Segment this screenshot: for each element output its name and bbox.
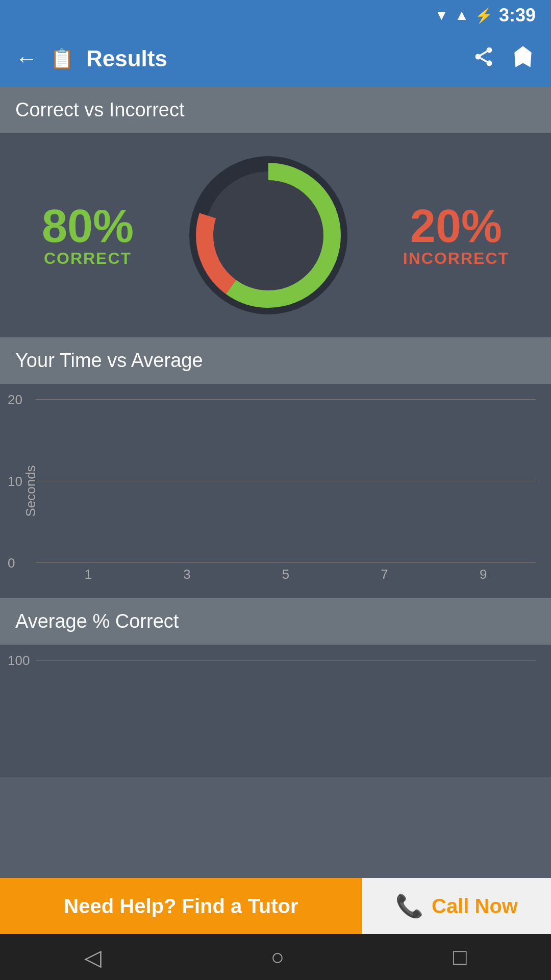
x-label-5: 5 (238, 567, 333, 582)
correct-text: CORRECT (42, 249, 134, 268)
y-label-0: 0 (8, 555, 15, 571)
results-icon: 📋 (50, 47, 74, 70)
svg-line-4 (481, 51, 487, 55)
wifi-icon: ▼ (435, 7, 449, 23)
avg-bars-container (36, 660, 536, 762)
x-axis-labels: 1 3 5 7 9 (36, 562, 536, 582)
x-label-9: 9 (436, 567, 531, 582)
avg-chart-grid: 100 (36, 660, 536, 762)
correct-incorrect-header: Correct vs Incorrect (0, 87, 551, 133)
y-label-10: 10 (8, 474, 22, 489)
avg-correct-title: Average % Correct (15, 610, 179, 632)
status-bar: ▼ ▲ ⚡ 3:39 (0, 0, 551, 31)
nav-back-icon: ◁ (84, 944, 102, 970)
back-button[interactable]: ← (15, 46, 38, 71)
header-actions (472, 44, 536, 74)
grid-line-bottom: 0 (36, 562, 536, 563)
signal-icon: ▲ (455, 7, 469, 23)
avg-chart-area: 100 (0, 645, 551, 777)
svg-line-3 (481, 58, 487, 61)
bars-container (36, 399, 536, 562)
status-time: 3:39 (499, 5, 536, 26)
svg-point-2 (487, 60, 492, 66)
svg-point-1 (475, 54, 481, 59)
call-now-button[interactable]: 📞 Call Now (362, 878, 551, 934)
share-button[interactable] (472, 45, 495, 72)
call-now-label: Call Now (432, 895, 518, 918)
y-label-20: 20 (8, 392, 22, 408)
incorrect-label: 20% INCORRECT (403, 203, 509, 268)
navigation-bar: ◁ ○ □ (0, 934, 551, 980)
battery-icon: ⚡ (475, 7, 493, 24)
correct-incorrect-title: Correct vs Incorrect (15, 99, 185, 120)
donut-chart (187, 154, 350, 317)
time-chart-grid: 20 10 0 (36, 399, 536, 562)
donut-chart-section: 80% CORRECT 20% INCORRECT (0, 133, 551, 337)
correct-percent: 80% (42, 203, 134, 249)
avg-correct-header: Average % Correct (0, 598, 551, 645)
nav-menu-button[interactable]: □ (453, 944, 467, 970)
bottom-cta-bar: Need Help? Find a Tutor 📞 Call Now (0, 878, 551, 934)
avg-y-label-100: 100 (8, 653, 30, 669)
time-chart-area: Seconds 20 10 0 (0, 384, 551, 598)
find-tutor-label: Need Help? Find a Tutor (64, 895, 298, 918)
x-label-7: 7 (337, 567, 432, 582)
back-icon: ← (15, 46, 38, 71)
status-icons: ▼ ▲ ⚡ 3:39 (435, 5, 536, 26)
bookmark-button[interactable] (510, 44, 536, 74)
x-label-3: 3 (140, 567, 235, 582)
app-header: ← 📋 Results (0, 31, 551, 87)
incorrect-text: INCORRECT (403, 249, 509, 268)
svg-point-0 (487, 47, 492, 53)
phone-icon: 📞 (395, 893, 423, 919)
nav-back-button[interactable]: ◁ (84, 944, 102, 970)
time-section-title: Your Time vs Average (15, 350, 203, 371)
find-tutor-button[interactable]: Need Help? Find a Tutor (0, 878, 362, 934)
correct-label: 80% CORRECT (42, 203, 134, 268)
nav-menu-icon: □ (453, 944, 467, 970)
bottom-spacer (0, 777, 551, 879)
time-section-header: Your Time vs Average (0, 337, 551, 384)
page-title: Results (86, 46, 460, 71)
nav-home-icon: ○ (270, 944, 284, 970)
incorrect-percent: 20% (403, 203, 509, 249)
nav-home-button[interactable]: ○ (270, 944, 284, 970)
x-label-1: 1 (41, 567, 136, 582)
